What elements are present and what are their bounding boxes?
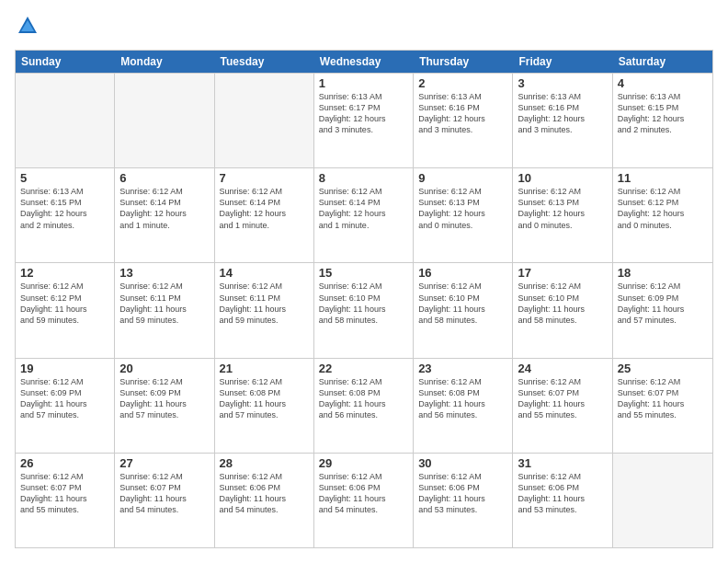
cell-day-number: 4: [618, 76, 708, 90]
cell-info: Sunrise: 6:12 AM Sunset: 6:08 PM Dayligh…: [220, 376, 309, 421]
cell-info: Sunrise: 6:13 AM Sunset: 6:15 PM Dayligh…: [618, 91, 708, 136]
cell-day-number: 12: [20, 266, 109, 280]
cell-day-number: 29: [319, 456, 408, 470]
cell-day-number: 5: [20, 171, 109, 185]
calendar-row-4: 19Sunrise: 6:12 AM Sunset: 6:09 PM Dayli…: [16, 358, 712, 453]
cell-day-number: 24: [518, 362, 607, 375]
cell-day-number: 8: [319, 171, 408, 185]
calendar-cell: 5Sunrise: 6:13 AM Sunset: 6:15 PM Daylig…: [16, 168, 115, 262]
calendar-cell: 29Sunrise: 6:12 AM Sunset: 6:06 PM Dayli…: [314, 454, 414, 547]
calendar-cell: 24Sunrise: 6:12 AM Sunset: 6:07 PM Dayli…: [513, 359, 612, 453]
cell-info: Sunrise: 6:12 AM Sunset: 6:08 PM Dayligh…: [418, 376, 507, 421]
cell-day-number: 25: [618, 362, 708, 375]
cell-day-number: 31: [518, 456, 607, 470]
cell-day-number: 2: [418, 76, 507, 90]
cell-info: Sunrise: 6:12 AM Sunset: 6:06 PM Dayligh…: [418, 471, 507, 516]
calendar-cell: 31Sunrise: 6:12 AM Sunset: 6:06 PM Dayli…: [513, 454, 612, 547]
calendar-cell: 12Sunrise: 6:12 AM Sunset: 6:12 PM Dayli…: [16, 263, 115, 357]
cell-day-number: 7: [220, 171, 309, 185]
cell-day-number: 15: [319, 266, 408, 280]
calendar-cell: 10Sunrise: 6:12 AM Sunset: 6:13 PM Dayli…: [513, 168, 612, 262]
cell-info: Sunrise: 6:12 AM Sunset: 6:13 PM Dayligh…: [418, 186, 507, 231]
calendar-row-2: 5Sunrise: 6:13 AM Sunset: 6:15 PM Daylig…: [16, 167, 712, 262]
calendar-cell: 19Sunrise: 6:12 AM Sunset: 6:09 PM Dayli…: [16, 359, 115, 453]
cell-info: Sunrise: 6:13 AM Sunset: 6:16 PM Dayligh…: [518, 91, 607, 136]
cell-info: Sunrise: 6:13 AM Sunset: 6:15 PM Dayligh…: [20, 186, 109, 231]
calendar-cell: 15Sunrise: 6:12 AM Sunset: 6:10 PM Dayli…: [314, 263, 414, 357]
header-day-friday: Friday: [513, 51, 612, 73]
calendar-cell: 9Sunrise: 6:12 AM Sunset: 6:13 PM Daylig…: [414, 168, 513, 262]
calendar-row-1: 1Sunrise: 6:13 AM Sunset: 6:17 PM Daylig…: [16, 73, 712, 167]
cell-day-number: 10: [518, 171, 607, 185]
calendar-cell: 21Sunrise: 6:12 AM Sunset: 6:08 PM Dayli…: [215, 359, 314, 453]
cell-day-number: 30: [418, 456, 507, 470]
cell-day-number: 28: [220, 456, 309, 470]
cell-day-number: 17: [518, 266, 607, 280]
calendar-cell: 2Sunrise: 6:13 AM Sunset: 6:16 PM Daylig…: [414, 74, 513, 167]
calendar-cell: 4Sunrise: 6:13 AM Sunset: 6:15 PM Daylig…: [613, 74, 712, 167]
calendar-cell: 11Sunrise: 6:12 AM Sunset: 6:12 PM Dayli…: [613, 168, 712, 262]
calendar-cell: 16Sunrise: 6:12 AM Sunset: 6:10 PM Dayli…: [414, 263, 513, 357]
calendar-cell: 30Sunrise: 6:12 AM Sunset: 6:06 PM Dayli…: [414, 454, 513, 547]
cell-info: Sunrise: 6:13 AM Sunset: 6:17 PM Dayligh…: [319, 91, 408, 136]
cell-day-number: 11: [618, 171, 708, 185]
cell-day-number: 3: [518, 76, 607, 90]
cell-info: Sunrise: 6:12 AM Sunset: 6:07 PM Dayligh…: [20, 471, 109, 516]
cell-info: Sunrise: 6:12 AM Sunset: 6:06 PM Dayligh…: [518, 471, 607, 516]
calendar-cell: 27Sunrise: 6:12 AM Sunset: 6:07 PM Dayli…: [115, 454, 214, 547]
calendar-cell: 20Sunrise: 6:12 AM Sunset: 6:09 PM Dayli…: [115, 359, 214, 453]
header-day-saturday: Saturday: [613, 51, 712, 73]
cell-info: Sunrise: 6:12 AM Sunset: 6:14 PM Dayligh…: [319, 186, 408, 231]
page: SundayMondayTuesdayWednesdayThursdayFrid…: [0, 0, 728, 563]
calendar-cell: 18Sunrise: 6:12 AM Sunset: 6:09 PM Dayli…: [613, 263, 712, 357]
calendar-cell: [613, 454, 712, 547]
header-day-tuesday: Tuesday: [215, 51, 314, 73]
calendar-cell: 26Sunrise: 6:12 AM Sunset: 6:07 PM Dayli…: [16, 454, 115, 547]
cell-info: Sunrise: 6:12 AM Sunset: 6:12 PM Dayligh…: [618, 186, 708, 231]
cell-info: Sunrise: 6:12 AM Sunset: 6:11 PM Dayligh…: [119, 281, 209, 326]
cell-day-number: 6: [119, 171, 209, 185]
cell-day-number: 20: [119, 362, 209, 375]
header: [15, 15, 713, 40]
cell-info: Sunrise: 6:12 AM Sunset: 6:07 PM Dayligh…: [518, 376, 607, 421]
cell-info: Sunrise: 6:12 AM Sunset: 6:09 PM Dayligh…: [119, 376, 209, 421]
calendar-cell: [16, 74, 115, 167]
calendar-cell: 3Sunrise: 6:13 AM Sunset: 6:16 PM Daylig…: [513, 74, 612, 167]
header-day-monday: Monday: [115, 51, 214, 73]
cell-info: Sunrise: 6:12 AM Sunset: 6:10 PM Dayligh…: [418, 281, 507, 326]
cell-day-number: 27: [119, 456, 209, 470]
cell-day-number: 19: [20, 362, 109, 375]
cell-info: Sunrise: 6:12 AM Sunset: 6:12 PM Dayligh…: [20, 281, 109, 326]
calendar-cell: 22Sunrise: 6:12 AM Sunset: 6:08 PM Dayli…: [314, 359, 414, 453]
calendar-cell: [215, 74, 314, 167]
calendar-cell: 8Sunrise: 6:12 AM Sunset: 6:14 PM Daylig…: [314, 168, 414, 262]
calendar-body: 1Sunrise: 6:13 AM Sunset: 6:17 PM Daylig…: [16, 73, 712, 547]
header-day-wednesday: Wednesday: [314, 51, 414, 73]
cell-info: Sunrise: 6:12 AM Sunset: 6:13 PM Dayligh…: [518, 186, 607, 231]
calendar-header: SundayMondayTuesdayWednesdayThursdayFrid…: [16, 51, 712, 73]
cell-info: Sunrise: 6:12 AM Sunset: 6:11 PM Dayligh…: [220, 281, 309, 326]
cell-info: Sunrise: 6:12 AM Sunset: 6:06 PM Dayligh…: [220, 471, 309, 516]
cell-info: Sunrise: 6:12 AM Sunset: 6:07 PM Dayligh…: [618, 376, 708, 421]
calendar-cell: 13Sunrise: 6:12 AM Sunset: 6:11 PM Dayli…: [115, 263, 214, 357]
cell-day-number: 21: [220, 362, 309, 375]
cell-info: Sunrise: 6:12 AM Sunset: 6:14 PM Dayligh…: [119, 186, 209, 231]
calendar-cell: 25Sunrise: 6:12 AM Sunset: 6:07 PM Dayli…: [613, 359, 712, 453]
calendar-row-5: 26Sunrise: 6:12 AM Sunset: 6:07 PM Dayli…: [16, 453, 712, 547]
cell-day-number: 18: [618, 266, 708, 280]
logo-icon: [17, 15, 39, 37]
cell-day-number: 16: [418, 266, 507, 280]
calendar-cell: 28Sunrise: 6:12 AM Sunset: 6:06 PM Dayli…: [215, 454, 314, 547]
calendar-cell: 6Sunrise: 6:12 AM Sunset: 6:14 PM Daylig…: [115, 168, 214, 262]
cell-day-number: 22: [319, 362, 408, 375]
cell-info: Sunrise: 6:12 AM Sunset: 6:10 PM Dayligh…: [518, 281, 607, 326]
header-day-thursday: Thursday: [414, 51, 513, 73]
calendar-cell: [115, 74, 214, 167]
cell-info: Sunrise: 6:12 AM Sunset: 6:10 PM Dayligh…: [319, 281, 408, 326]
cell-day-number: 1: [319, 76, 408, 90]
cell-day-number: 9: [418, 171, 507, 185]
calendar-row-3: 12Sunrise: 6:12 AM Sunset: 6:12 PM Dayli…: [16, 262, 712, 357]
cell-info: Sunrise: 6:12 AM Sunset: 6:09 PM Dayligh…: [20, 376, 109, 421]
calendar-cell: 14Sunrise: 6:12 AM Sunset: 6:11 PM Dayli…: [215, 263, 314, 357]
cell-info: Sunrise: 6:12 AM Sunset: 6:09 PM Dayligh…: [618, 281, 708, 326]
